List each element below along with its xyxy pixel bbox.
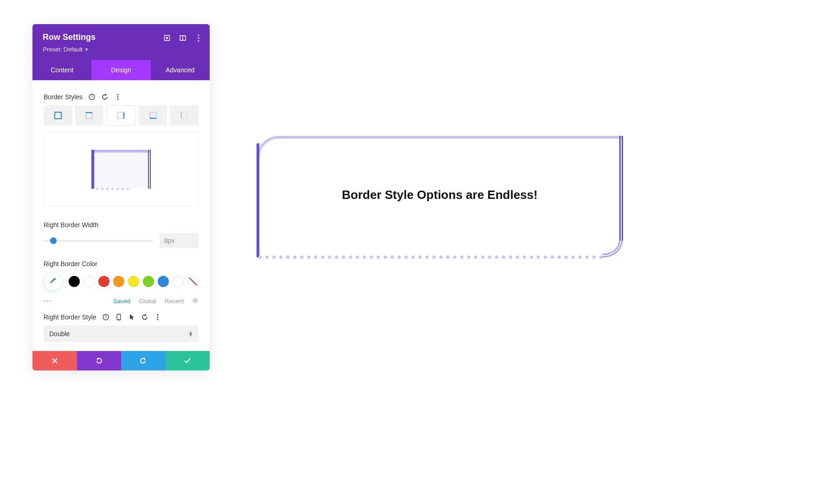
preview-right-border [148,150,151,189]
cursor-icon[interactable] [128,313,135,321]
right-border-width-control: 8px [32,233,210,255]
eyedropper-button[interactable] [44,272,62,291]
slider-thumb[interactable] [50,237,57,244]
color-swatch[interactable] [128,276,139,287]
help-icon[interactable]: ? [88,93,96,101]
svg-point-21 [194,300,196,301]
color-tab-global[interactable]: Global [139,298,156,305]
svg-text:?: ? [91,95,93,99]
panel-body: Border Styles ? [32,82,210,351]
redo-button[interactable] [121,351,166,370]
svg-point-33 [118,319,119,319]
svg-line-27 [197,302,197,302]
svg-point-35 [157,317,158,318]
svg-rect-18 [150,112,156,119]
color-swatch[interactable] [69,276,80,287]
border-side-all[interactable] [44,105,72,126]
color-swatch-none[interactable] [187,276,199,287]
more-vert-icon[interactable] [154,313,161,321]
border-side-top[interactable] [75,105,104,126]
svg-line-28 [193,302,194,302]
tab-advanced[interactable]: Advanced [151,60,210,80]
preview-bottom-border [96,187,146,190]
preview-top-left-corner [257,136,281,160]
border-preview-box [91,150,151,189]
svg-point-9 [117,94,119,96]
preview-top-border [279,136,623,139]
preview-bottom-border [258,255,600,259]
settings-tabs: Content Design Advanced [32,60,210,80]
select-caret-icon: ▲▼ [188,331,193,337]
row-settings-panel: Row Settings Preset: Default ▼ Content D… [32,24,210,370]
help-icon[interactable]: ? [102,313,109,321]
svg-rect-12 [55,112,61,119]
right-border-width-label: Right Border Width [32,216,210,233]
right-border-style-label-row: Right Border Style ? [32,311,210,325]
svg-line-29 [197,299,197,299]
color-palette-tabs: ••• Saved Global Recent [32,293,210,311]
svg-text:?: ? [104,315,107,319]
panel-footer [32,351,210,370]
border-side-right[interactable] [106,105,136,126]
undo-button[interactable] [77,351,122,370]
color-tab-saved[interactable]: Saved [113,298,130,305]
slider-track [44,240,153,242]
preview-top-border [91,150,151,153]
border-side-selector [32,105,210,132]
color-swatch[interactable] [158,276,169,287]
svg-point-11 [117,99,119,100]
divider [44,82,199,84]
more-horiz-icon[interactable]: ••• [44,298,53,305]
svg-rect-1 [166,37,168,39]
color-swatch[interactable] [173,276,184,287]
color-swatch[interactable] [143,276,154,287]
width-slider[interactable] [44,238,153,243]
svg-rect-20 [181,112,187,119]
border-style-select[interactable]: Double ▲▼ [44,325,199,342]
width-value-input[interactable]: 8px [160,233,199,248]
gear-icon[interactable] [192,297,199,305]
border-style-select-value: Double [49,330,70,338]
svg-rect-16 [118,112,124,119]
svg-line-26 [193,299,194,299]
border-side-left[interactable] [170,105,199,126]
color-swatch[interactable] [113,276,124,287]
more-vert-icon[interactable] [114,93,122,101]
border-styles-label-row: Border Styles ? [32,89,210,105]
color-swatch-row [32,272,210,293]
border-side-bottom[interactable] [139,105,167,126]
svg-point-10 [117,96,119,98]
svg-point-5 [198,37,199,38]
page-border-preview: Border Style Options are Endless! [257,136,623,257]
svg-point-4 [198,34,199,36]
reset-icon[interactable] [141,313,148,321]
svg-point-36 [157,319,158,320]
color-swatch[interactable] [84,276,95,287]
svg-point-34 [157,314,158,316]
caret-down-icon: ▼ [84,47,89,52]
right-border-style-label: Right Border Style [44,313,96,321]
svg-rect-14 [86,112,92,119]
color-tab-recent[interactable]: Recent [165,298,184,305]
panel-header: Row Settings Preset: Default ▼ [32,24,210,60]
tab-design[interactable]: Design [91,60,150,80]
preset-selector[interactable]: Preset: Default ▼ [43,46,89,53]
color-swatch[interactable] [98,276,109,287]
more-vert-icon[interactable] [195,34,202,42]
preset-label: Preset: Default [43,46,83,53]
border-preview [44,132,199,206]
header-icon-group [163,34,202,42]
phone-icon[interactable] [115,313,122,321]
expand-icon[interactable] [163,34,171,42]
border-styles-label: Border Styles [44,93,83,101]
svg-point-6 [198,40,199,41]
reset-icon[interactable] [101,93,109,101]
preview-left-border [91,150,94,189]
save-button[interactable] [166,351,210,370]
columns-icon[interactable] [179,34,186,42]
preview-caption: Border Style Options are Endless! [257,188,623,202]
tab-content[interactable]: Content [32,60,91,80]
cancel-button[interactable] [32,351,77,370]
preview-frame: Border Style Options are Endless! [257,136,623,257]
preview-bottom-right-corner [603,237,623,257]
